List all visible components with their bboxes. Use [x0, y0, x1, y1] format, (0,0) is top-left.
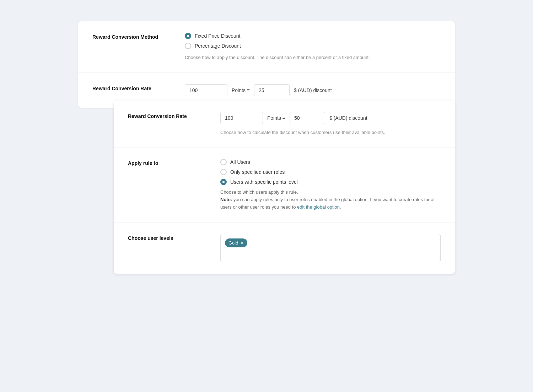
reward-method-help: Choose how to apply the discount. The di… — [185, 54, 441, 61]
reward-rate-row-bottom: Reward Conversion Rate Points = $ (AUD) … — [114, 101, 455, 148]
reward-rate-help-bottom: Choose how to calculate the discount whe… — [220, 129, 441, 136]
reward-method-radio-group: Fixed Price Discount Percentage Discount — [185, 33, 441, 49]
apply-rule-description: Choose to which users apply this rule. — [220, 189, 298, 195]
radio-fixed-price-circle — [185, 33, 191, 39]
radio-fixed-price[interactable]: Fixed Price Discount — [185, 33, 441, 39]
radio-all-users-label: All Users — [230, 159, 250, 165]
currency-text-top: $ (AUD) discount — [294, 87, 332, 93]
apply-rule-content: All Users Only specified user roles User… — [220, 159, 441, 211]
choose-levels-label: Choose user levels — [128, 234, 220, 241]
gold-tag-close[interactable]: ✕ — [240, 241, 244, 245]
reward-rate-content-top: Points = $ (AUD) discount — [185, 84, 441, 96]
note-prefix: Note: — [220, 197, 232, 202]
discount-input-bottom[interactable] — [290, 112, 325, 124]
equals-text-top: Points = — [232, 87, 250, 93]
points-input-bottom[interactable] — [220, 112, 263, 124]
radio-percentage-label: Percentage Discount — [195, 43, 241, 49]
equals-text-bottom: Points = — [267, 115, 285, 121]
radio-specified-roles-label: Only specified user roles — [230, 169, 285, 175]
edit-global-option-link[interactable]: edit the global option — [297, 204, 340, 210]
tag-input-area[interactable]: Gold ✕ — [220, 234, 441, 262]
rate-row-bottom: Points = $ (AUD) discount — [220, 112, 441, 124]
top-card: Reward Conversion Method Fixed Price Dis… — [78, 21, 455, 108]
radio-specified-roles[interactable]: Only specified user roles — [220, 169, 441, 175]
reward-method-content: Fixed Price Discount Percentage Discount… — [185, 33, 441, 61]
choose-levels-row: Choose user levels Gold ✕ — [114, 222, 455, 274]
gold-tag-label: Gold — [228, 240, 238, 246]
apply-rule-radio-group: All Users Only specified user roles User… — [220, 159, 441, 185]
reward-rate-label-bottom: Reward Conversion Rate — [128, 112, 220, 119]
apply-rule-row: Apply rule to All Users Only specified u… — [114, 147, 455, 222]
page-wrapper: Reward Conversion Method Fixed Price Dis… — [78, 21, 455, 274]
reward-rate-content-bottom: Points = $ (AUD) discount Choose how to … — [220, 112, 441, 136]
radio-percentage[interactable]: Percentage Discount — [185, 43, 441, 49]
reward-method-row: Reward Conversion Method Fixed Price Dis… — [78, 21, 455, 73]
gold-tag: Gold ✕ — [225, 238, 247, 247]
radio-points-level-circle — [220, 179, 227, 185]
radio-all-users[interactable]: All Users — [220, 159, 441, 165]
note-suffix: . — [340, 204, 341, 210]
reward-rate-label-top: Reward Conversion Rate — [92, 84, 185, 91]
radio-fixed-price-label: Fixed Price Discount — [195, 33, 240, 39]
discount-input-top[interactable] — [254, 84, 290, 96]
points-input-top[interactable] — [185, 84, 227, 96]
apply-rule-label: Apply rule to — [128, 159, 220, 166]
currency-text-bottom: $ (AUD) discount — [329, 115, 367, 121]
radio-points-level-label: Users with specific points level — [230, 179, 298, 185]
rate-row-top: Points = $ (AUD) discount — [185, 84, 441, 96]
choose-levels-content: Gold ✕ — [220, 234, 441, 262]
radio-all-users-circle — [220, 159, 227, 165]
apply-rule-note: Choose to which users apply this rule. N… — [220, 189, 441, 211]
radio-percentage-circle — [185, 43, 191, 49]
radio-points-level[interactable]: Users with specific points level — [220, 179, 441, 185]
radio-specified-roles-circle — [220, 169, 227, 175]
bottom-card: Reward Conversion Rate Points = $ (AUD) … — [114, 101, 455, 274]
reward-method-label: Reward Conversion Method — [92, 33, 185, 40]
